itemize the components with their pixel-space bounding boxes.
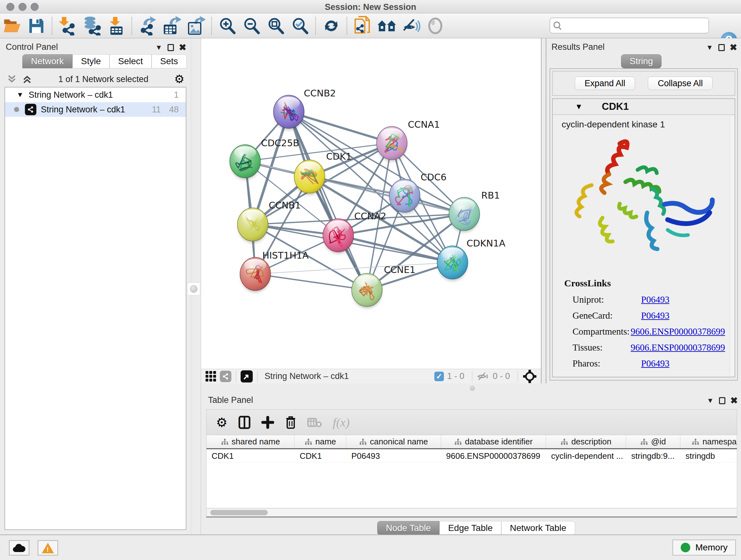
tab-select[interactable]: Select bbox=[110, 54, 151, 68]
left-splitter[interactable] bbox=[191, 38, 201, 535]
results-scrollbar[interactable] bbox=[730, 116, 734, 375]
hidden-eye-icon[interactable] bbox=[477, 372, 489, 381]
collapse-all-networks-icon[interactable] bbox=[6, 74, 17, 84]
right-splitter[interactable] bbox=[541, 38, 546, 383]
column-header-name[interactable]: name bbox=[294, 435, 346, 448]
node-label-CDC25B: CDC25B bbox=[261, 138, 299, 148]
zoom-selected-icon[interactable] bbox=[290, 16, 310, 36]
collapse-all-button[interactable]: Collapse All bbox=[648, 77, 713, 90]
tab-string[interactable]: String bbox=[621, 54, 662, 68]
collection-expander-icon[interactable]: ▼ bbox=[17, 91, 23, 99]
cell-@id[interactable]: stringdb:9... bbox=[626, 449, 680, 462]
string-home-icon[interactable] bbox=[377, 16, 397, 36]
panel-menu-icon[interactable]: ▼ bbox=[155, 44, 162, 52]
add-column-icon[interactable] bbox=[261, 416, 274, 429]
column-header-@id[interactable]: @id bbox=[626, 435, 680, 448]
birds-eye-crosshair-icon[interactable] bbox=[522, 369, 537, 384]
left-splitter-handle[interactable] bbox=[187, 283, 200, 295]
tab-network-table[interactable]: Network Table bbox=[501, 521, 575, 535]
hscroll-thumb[interactable] bbox=[210, 510, 268, 515]
network-node-HIST1H1A[interactable]: HIST1H1A bbox=[240, 250, 309, 292]
tab-network[interactable]: Network bbox=[22, 54, 72, 68]
crosslink-label: Uniprot: bbox=[572, 294, 641, 305]
crosslink-link[interactable]: P06493 bbox=[641, 358, 670, 369]
bottom-splitter[interactable] bbox=[201, 383, 741, 393]
network-node-RB1[interactable]: RB1 bbox=[449, 190, 500, 232]
zoom-out-icon[interactable] bbox=[242, 16, 261, 36]
network-options-gear-icon[interactable]: ⚙ bbox=[174, 72, 185, 86]
node-table[interactable]: shared namenamecanonical namedatabase id… bbox=[206, 435, 737, 508]
close-panel-icon[interactable]: ✖ bbox=[179, 42, 186, 53]
crosslink-link[interactable]: 9606.ENSP00000378699 bbox=[630, 342, 725, 353]
import-network-file-icon[interactable] bbox=[58, 16, 77, 36]
cloud-status-button[interactable] bbox=[9, 540, 29, 556]
memory-button[interactable]: Memory bbox=[672, 540, 736, 556]
tab-edge-table[interactable]: Edge Table bbox=[440, 521, 501, 535]
network-node-CCNA1[interactable]: CCNA1 bbox=[377, 119, 440, 161]
expand-all-button[interactable]: Expand All bbox=[575, 77, 635, 90]
crosslink-link[interactable]: P06493 bbox=[641, 294, 670, 305]
inspect-disabled-icon[interactable] bbox=[425, 16, 445, 36]
tab-style[interactable]: Style bbox=[72, 54, 110, 68]
bottom-splitter-handle[interactable] bbox=[470, 386, 475, 391]
cell-canonical-name[interactable]: P06493 bbox=[346, 449, 441, 462]
float-panel-icon[interactable] bbox=[167, 44, 174, 51]
network-canvas[interactable]: CCNB2 CCNA1 CDC25B CDK1 CDC6 bbox=[201, 38, 541, 369]
export-table-icon[interactable] bbox=[162, 16, 182, 36]
crosslink-link[interactable]: 9606.ENSP00000378699 bbox=[630, 326, 725, 337]
export-image-icon[interactable] bbox=[186, 16, 206, 36]
cell-shared-name[interactable]: CDK1 bbox=[206, 449, 294, 462]
apply-layout-refresh-icon[interactable] bbox=[321, 16, 341, 36]
search-box[interactable] bbox=[549, 17, 709, 34]
close-panel-icon[interactable]: ✖ bbox=[730, 42, 737, 53]
network-collection-row[interactable]: ▼ String Network – cdk1 1 bbox=[5, 87, 186, 102]
crosslink-link[interactable]: P06493 bbox=[641, 310, 670, 321]
detach-view-icon[interactable] bbox=[241, 370, 253, 382]
tab-node-table[interactable]: Node Table bbox=[377, 521, 440, 535]
save-session-icon[interactable] bbox=[26, 16, 46, 36]
open-session-icon[interactable] bbox=[2, 16, 22, 36]
string-network-graph[interactable]: CCNB2 CCNA1 CDC25B CDK1 CDC6 bbox=[201, 38, 541, 369]
warning-status-button[interactable]: ! bbox=[38, 540, 58, 556]
network-node-CCNB1[interactable]: CCNB1 bbox=[238, 200, 301, 243]
zoom-in-icon[interactable] bbox=[217, 16, 237, 36]
import-table-file-icon[interactable] bbox=[106, 16, 126, 36]
cell-description[interactable]: cyclin-dependent ... bbox=[546, 449, 626, 462]
table-settings-gear-icon[interactable]: ⚙ bbox=[216, 415, 227, 430]
zoom-fit-icon[interactable] bbox=[266, 16, 286, 36]
node-card-expander-icon[interactable]: ▼ bbox=[575, 102, 583, 111]
column-header-canonical-name[interactable]: canonical name bbox=[346, 435, 441, 448]
network-node-CCNE1[interactable]: CCNE1 bbox=[352, 264, 415, 308]
tab-sets[interactable]: Sets bbox=[151, 54, 187, 68]
float-panel-icon[interactable] bbox=[719, 397, 725, 404]
cell-namespace[interactable]: stringdb bbox=[680, 449, 737, 462]
expand-all-networks-icon[interactable] bbox=[22, 74, 32, 84]
cell-name[interactable]: CDK1 bbox=[294, 449, 346, 462]
import-network-database-icon[interactable] bbox=[82, 16, 102, 36]
selected-nodes-checkbox[interactable]: ✓ bbox=[434, 372, 444, 381]
network-node-CDKN1A[interactable]: CDKN1A bbox=[437, 238, 506, 281]
column-header-namespace[interactable]: namespace bbox=[680, 435, 737, 448]
table-hscrollbar[interactable] bbox=[206, 508, 737, 516]
float-panel-icon[interactable] bbox=[718, 44, 725, 51]
close-panel-icon[interactable]: ✖ bbox=[731, 395, 738, 406]
network-view-string-icon[interactable] bbox=[220, 371, 231, 382]
panel-menu-icon[interactable]: ▼ bbox=[706, 44, 713, 52]
network-row-selected[interactable]: String Network – cdk1 11 48 bbox=[5, 102, 186, 117]
column-header-description[interactable]: description bbox=[546, 435, 626, 448]
grid-view-icon[interactable] bbox=[205, 371, 216, 381]
network-selection-status: 1 of 1 Network selected bbox=[32, 74, 174, 84]
show-columns-icon[interactable] bbox=[239, 416, 251, 429]
hide-unhide-icon[interactable] bbox=[401, 16, 421, 36]
cell-database-identifier[interactable]: 9606.ENSP00000378699 bbox=[441, 449, 546, 462]
share-document-icon[interactable] bbox=[353, 16, 373, 36]
panel-menu-icon[interactable]: ▼ bbox=[707, 396, 714, 405]
column-header-shared-name[interactable]: shared name bbox=[206, 435, 294, 448]
export-network-icon[interactable] bbox=[138, 16, 157, 36]
node-card-header[interactable]: ▼ CDK1 bbox=[553, 99, 735, 115]
table-row[interactable]: CDK1CDK1P064939606.ENSP00000378699cyclin… bbox=[206, 449, 737, 462]
delete-column-icon[interactable] bbox=[285, 415, 296, 429]
search-input[interactable] bbox=[565, 19, 709, 32]
column-header-database-identifier[interactable]: database identifier bbox=[441, 435, 546, 448]
function-builder-icon-disabled: f(x) bbox=[333, 415, 350, 429]
